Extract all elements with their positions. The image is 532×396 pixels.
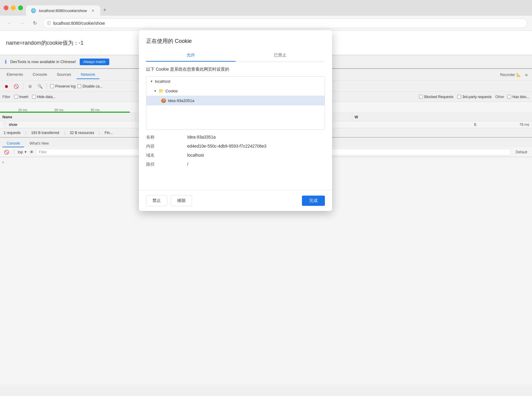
timeline-green-line xyxy=(0,112,130,113)
disable-cache-input[interactable] xyxy=(77,84,81,88)
disable-cache-label: Disable ca... xyxy=(82,84,102,88)
console-tab-console[interactable]: Console xyxy=(2,140,24,147)
tab-elements[interactable]: Elements xyxy=(2,70,27,79)
maximize-button[interactable] xyxy=(18,5,23,10)
close-button[interactable] xyxy=(4,5,8,10)
preserve-log-checkbox[interactable]: Preserve log xyxy=(50,84,75,88)
tab-network[interactable]: Network xyxy=(77,70,100,79)
tree-folder-text: Cookie xyxy=(165,89,178,93)
console-divider xyxy=(14,149,14,155)
dialog-tab-allowed[interactable]: 允许 xyxy=(146,50,236,62)
tree-empty-space xyxy=(146,105,325,129)
record-button[interactable]: ⏺ xyxy=(2,82,10,90)
status-requests: 1 requests xyxy=(4,131,21,135)
search-button[interactable]: 🔍 xyxy=(36,82,44,90)
tree-arrow-icon: ▼ xyxy=(150,80,153,83)
blocked-requests-input[interactable] xyxy=(419,95,423,99)
disable-cache-checkbox[interactable]: Disable ca... xyxy=(77,84,102,88)
blocked-requests-checkbox[interactable]: Blocked Requests xyxy=(419,95,453,99)
banner-text: DevTools is now available in Chinese! xyxy=(10,59,76,64)
console-stop-button[interactable]: 🚫 xyxy=(2,148,10,156)
row-size: B xyxy=(472,123,496,127)
top-selector[interactable]: top ▼ xyxy=(18,150,27,154)
invert-checkbox[interactable]: Invert xyxy=(14,95,28,99)
hide-data-input[interactable] xyxy=(32,95,36,99)
content-label: 内容 xyxy=(146,144,182,149)
page-text: name=random的cookie值为：-1 xyxy=(6,39,84,46)
tab-title: localhost:8080/cookie/show xyxy=(39,8,87,13)
tab-sources[interactable]: Sources xyxy=(53,70,75,79)
dialog-subtitle: 以下 Cookie 是系统在您查看此网页时设置的 xyxy=(146,67,325,72)
more-tabs-button[interactable]: » xyxy=(523,71,530,79)
dialog-tab-blocked[interactable]: 已禁止 xyxy=(236,50,325,62)
filter-label: Filter xyxy=(2,95,11,99)
tree-host-text: localhost xyxy=(155,79,170,84)
url-text: localhost:8080/cookie/show xyxy=(53,21,105,26)
refresh-button[interactable]: ↻ xyxy=(30,19,39,28)
path-label: 路径 xyxy=(146,162,182,167)
eye-button[interactable]: 👁 xyxy=(30,150,34,155)
filter-button[interactable]: ⊘ xyxy=(26,82,34,90)
recorder-label: Recorder xyxy=(500,73,515,77)
third-party-input[interactable] xyxy=(457,95,461,99)
dialog-body: 以下 Cookie 是系统在您查看此网页时设置的 ▼ localhost ▼ 📁… xyxy=(139,62,332,172)
minimize-button[interactable] xyxy=(11,5,16,10)
dialog-spacer xyxy=(139,172,332,190)
has-bloc-input[interactable] xyxy=(507,95,511,99)
third-party-checkbox[interactable]: 3rd-party requests xyxy=(457,95,492,99)
cookie-icon: 🍪 xyxy=(161,98,166,103)
top-label: top xyxy=(18,150,23,154)
tree-item-row[interactable]: 🍪 Idea-93a3351a xyxy=(146,96,325,105)
has-bloc-label: Has bloc... xyxy=(512,95,530,99)
timeline-label-20ms: 20 ms xyxy=(54,108,63,112)
recorder-badge: Recorder 📐 xyxy=(500,73,521,77)
tab-console[interactable]: Console xyxy=(28,70,51,79)
name-value: Idea-93a3351a xyxy=(187,135,325,140)
console-filter-placeholder: Filter xyxy=(39,150,47,154)
status-resources: 32 B resources xyxy=(70,131,94,135)
disable-button[interactable]: 禁止 xyxy=(146,195,167,206)
cookie-dialog: 正在使用的 Cookie 允许 已禁止 以下 Cookie 是系统在您查看此网页… xyxy=(139,30,332,211)
dialog-header: 正在使用的 Cookie 允许 已禁止 xyxy=(139,30,332,62)
domain-value: localhost xyxy=(187,153,325,158)
back-button[interactable]: ← xyxy=(5,19,14,28)
url-bar[interactable]: ⓘ localhost:8080/cookie/show xyxy=(43,18,527,28)
tree-host-row[interactable]: ▼ localhost xyxy=(146,77,325,86)
forward-button[interactable]: → xyxy=(18,19,27,28)
remove-button[interactable]: 移除 xyxy=(171,195,192,206)
doc-icon: 📄 xyxy=(2,123,7,127)
blocked-requests-label: Blocked Requests xyxy=(424,95,453,99)
always-match-button[interactable]: Always match xyxy=(80,59,109,65)
timeline-label-10ms: 10 ms xyxy=(18,108,27,112)
tab-close-button[interactable]: ✕ xyxy=(90,8,95,13)
hide-data-checkbox[interactable]: Hide data... xyxy=(32,95,56,99)
invert-label: Invert xyxy=(19,95,28,99)
traffic-lights xyxy=(4,5,23,10)
tree-folder-row[interactable]: ▼ 📁 Cookie xyxy=(146,86,325,96)
invert-input[interactable] xyxy=(14,95,18,99)
done-button[interactable]: 完成 xyxy=(302,196,325,206)
row-time: 78 ms xyxy=(496,123,532,127)
name-label: 名称 xyxy=(146,135,182,140)
preserve-log-input[interactable] xyxy=(50,84,54,88)
clear-button[interactable]: 🚫 xyxy=(12,82,20,90)
row-name: 📄 show xyxy=(0,123,136,127)
status-finish: Fin... xyxy=(105,131,113,135)
active-tab[interactable]: 🌐 localhost:8080/cookie/show ✕ xyxy=(26,5,100,16)
globe-icon: 🌐 xyxy=(31,8,36,13)
has-bloc-checkbox[interactable]: Has bloc... xyxy=(507,95,530,99)
dialog-title: 正在使用的 Cookie xyxy=(146,37,325,45)
third-party-label: 3rd-party requests xyxy=(462,95,492,99)
hide-data-label: Hide data... xyxy=(37,95,56,99)
title-bar: 🌐 localhost:8080/cookie/show ✕ + xyxy=(0,0,532,16)
preserve-log-label: Preserve log xyxy=(55,84,75,88)
row-name-text: show xyxy=(9,123,17,127)
status-transferred: 193 B transferred xyxy=(31,131,59,135)
console-tab-whats-new[interactable]: What's New xyxy=(25,140,53,147)
new-tab-button[interactable]: + xyxy=(100,5,109,14)
console-default-label: Default xyxy=(513,150,530,154)
header-name: Name xyxy=(0,113,136,121)
timeline-label-30ms: 30 ms xyxy=(91,108,100,112)
cookie-details: 名称 Idea-93a3351a 内容 ed4ed10e-550c-4db9-9… xyxy=(146,135,325,167)
other-label: Other xyxy=(495,95,504,99)
